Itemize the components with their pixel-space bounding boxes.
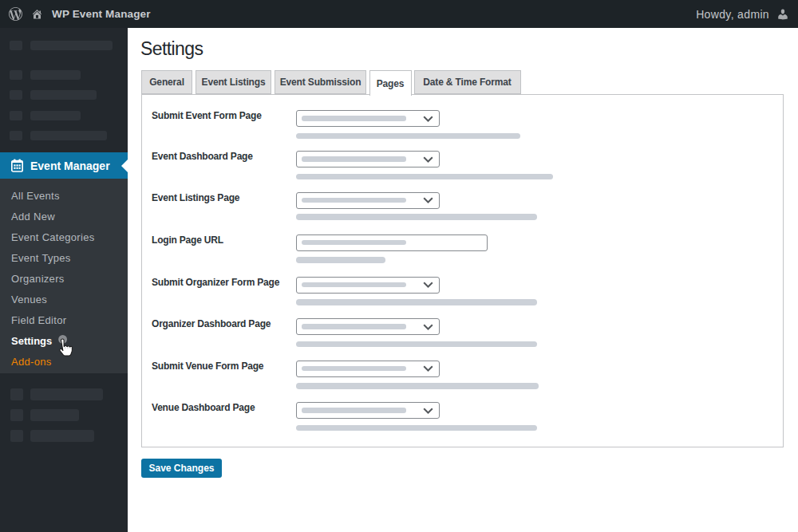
tab-date-time-format[interactable]: Date & Time Format — [414, 70, 521, 94]
nav-skeleton-icon — [10, 388, 23, 400]
field-description-placeholder — [296, 214, 537, 220]
select-value-placeholder — [302, 282, 406, 288]
submenu-item-all-events[interactable]: All Events — [0, 186, 128, 207]
mouse-cursor-pointer — [51, 331, 75, 357]
nav-skeleton-icon — [10, 409, 23, 421]
field-description-placeholder — [296, 341, 537, 348]
tab-event-submission[interactable]: Event Submission — [275, 70, 366, 94]
field-label-submit-venue-form-page: Submit Venue Form Page — [152, 361, 263, 371]
current-menu-arrow — [121, 160, 128, 172]
wordpress-logo-icon[interactable] — [9, 7, 22, 21]
select-value-placeholder — [302, 116, 406, 121]
calendar-icon — [11, 159, 23, 172]
event-listings-page-select[interactable] — [296, 192, 440, 209]
tab-general[interactable]: General — [141, 70, 192, 94]
save-changes-button[interactable]: Save Changes — [141, 459, 222, 478]
home-icon[interactable] — [31, 8, 43, 20]
select-value-placeholder — [302, 408, 406, 413]
tab-event-listings[interactable]: Event Listings — [196, 70, 271, 94]
page-title: Settings — [140, 40, 203, 58]
field-label-event-dashboard-page: Event Dashboard Page — [152, 152, 253, 161]
submit-organizer-form-page-select[interactable] — [296, 277, 440, 294]
settings-panel — [141, 94, 784, 447]
field-description-placeholder — [296, 383, 539, 389]
field-description-placeholder — [296, 257, 385, 263]
submenu-item-event-categories[interactable]: Event Categories — [0, 227, 128, 248]
submenu-item-event-types[interactable]: Event Types — [0, 248, 128, 269]
field-description-placeholder — [296, 425, 537, 432]
sidebar-item-label: Event Manager — [30, 160, 110, 172]
nav-skeleton-icon — [10, 430, 23, 442]
field-label-organizer-dashboard-page: Organizer Dashboard Page — [152, 319, 271, 329]
user-icon[interactable] — [776, 8, 789, 21]
field-label-submit-event-form-page: Submit Event Form Page — [152, 111, 262, 120]
select-value-placeholder — [302, 366, 406, 372]
field-label-login-page-url: Login Page URL — [152, 235, 223, 245]
venue-dashboard-page-select[interactable] — [296, 402, 440, 419]
nav-skeleton-label — [30, 388, 103, 400]
field-label-event-listings-page: Event Listings Page — [152, 193, 239, 203]
field-description-placeholder — [296, 133, 520, 140]
submit-event-form-page-select[interactable] — [296, 110, 440, 127]
chevron-down-icon — [423, 324, 433, 330]
nav-skeleton-icon — [10, 70, 22, 80]
chevron-down-icon — [423, 408, 433, 414]
chevron-down-icon — [423, 282, 433, 288]
nav-skeleton-icon — [10, 90, 22, 100]
nav-skeleton-label — [30, 111, 81, 120]
field-label-venue-dashboard-page: Venue Dashboard Page — [152, 403, 255, 412]
chevron-down-icon — [423, 365, 433, 372]
nav-skeleton-label — [30, 70, 81, 80]
chevron-down-icon — [423, 116, 433, 122]
select-value-placeholder — [302, 198, 406, 203]
submenu-item-add-new[interactable]: Add New — [0, 207, 128, 227]
nav-skeleton-icon — [10, 131, 22, 140]
site-name[interactable]: WP Event Manager — [52, 8, 151, 20]
nav-skeleton-label — [30, 430, 94, 442]
nav-skeleton-label — [30, 409, 79, 421]
login-page-url-input[interactable] — [296, 234, 488, 251]
field-description-placeholder — [296, 299, 537, 305]
howdy-text[interactable]: Howdy, admin — [696, 8, 769, 21]
tab-pages[interactable]: Pages — [369, 70, 412, 96]
nav-skeleton-icon — [10, 41, 22, 50]
event-dashboard-page-select[interactable] — [296, 151, 440, 167]
submit-venue-form-page-select[interactable] — [296, 361, 440, 377]
select-value-placeholder — [302, 156, 406, 162]
submenu-item-organizers[interactable]: Organizers — [0, 269, 128, 290]
field-description-placeholder — [296, 174, 553, 180]
sidebar-item-event-manager[interactable]: Event Manager — [0, 152, 128, 179]
nav-skeleton-label — [30, 41, 113, 50]
chevron-down-icon — [423, 156, 433, 163]
admin-bar: WP Event Manager Howdy, admin — [0, 0, 798, 28]
organizer-dashboard-page-select[interactable] — [296, 318, 440, 335]
admin-sidebar: Event Manager All Events Add New Event C… — [0, 28, 128, 532]
chevron-down-icon — [423, 197, 433, 203]
field-label-submit-organizer-form-page: Submit Organizer Form Page — [152, 278, 279, 287]
nav-skeleton-label — [30, 90, 97, 100]
submenu-item-venues[interactable]: Venues — [0, 290, 128, 310]
nav-skeleton-label — [30, 131, 107, 140]
submenu-item-field-editor[interactable]: Field Editor — [0, 310, 128, 331]
select-value-placeholder — [302, 324, 406, 329]
input-value-placeholder — [302, 240, 406, 246]
nav-skeleton-icon — [10, 111, 22, 120]
